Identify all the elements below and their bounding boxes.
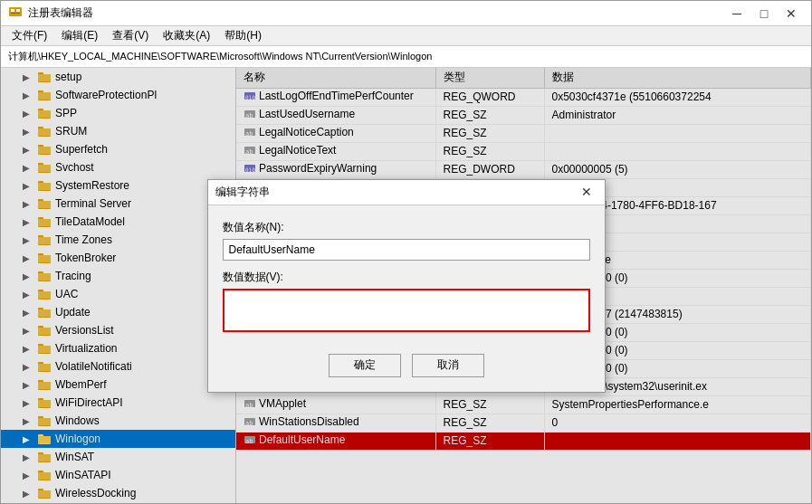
dialog-close-button[interactable]: ✕	[576, 182, 597, 202]
menu-help[interactable]: 帮助(H)	[217, 26, 269, 45]
dialog-title-bar: 编辑字符串 ✕	[208, 180, 605, 205]
dialog-overlay: 编辑字符串 ✕ 数值名称(N): 数值数据(V): 确定 取消	[1, 68, 811, 503]
title-bar-left: 注册表编辑器	[8, 5, 93, 21]
data-input[interactable]	[223, 289, 590, 332]
close-button[interactable]: ✕	[779, 3, 804, 24]
maximize-button[interactable]: □	[751, 3, 777, 24]
menu-edit[interactable]: 编辑(E)	[54, 26, 105, 45]
edit-string-dialog: 编辑字符串 ✕ 数值名称(N): 数值数据(V): 确定 取消	[207, 179, 606, 393]
name-field-group: 数值名称(N):	[223, 220, 590, 261]
dialog-title: 编辑字符串	[215, 185, 270, 200]
cancel-button[interactable]: 取消	[412, 354, 484, 377]
main-area: ▶ setup▶ SoftwareProtectionPl▶ SPP▶ SRUM…	[1, 68, 811, 503]
ok-button[interactable]: 确定	[329, 354, 401, 377]
name-label: 数值名称(N):	[223, 220, 590, 235]
data-label: 数值数据(V):	[223, 270, 590, 285]
menu-file[interactable]: 文件(F)	[5, 26, 54, 45]
title-bar-controls: ─ □ ✕	[724, 3, 804, 24]
svg-rect-2	[16, 9, 20, 12]
menu-bar: 文件(F) 编辑(E) 查看(V) 收藏夹(A) 帮助(H)	[1, 26, 811, 46]
menu-view[interactable]: 查看(V)	[105, 26, 156, 45]
svg-rect-3	[11, 13, 20, 14]
svg-rect-1	[11, 9, 14, 12]
minimize-button[interactable]: ─	[724, 3, 750, 24]
title-bar: 注册表编辑器 ─ □ ✕	[1, 1, 811, 26]
menu-favorites[interactable]: 收藏夹(A)	[156, 26, 217, 45]
name-input[interactable]	[223, 239, 590, 261]
dialog-buttons: 确定 取消	[208, 347, 605, 392]
breadcrumb: 计算机\HKEY_LOCAL_MACHINE\SOFTWARE\Microsof…	[1, 46, 811, 68]
breadcrumb-text: 计算机\HKEY_LOCAL_MACHINE\SOFTWARE\Microsof…	[8, 50, 432, 63]
window-title: 注册表编辑器	[28, 5, 93, 21]
dialog-body: 数值名称(N): 数值数据(V):	[208, 205, 605, 347]
app-icon	[8, 6, 23, 21]
main-window: 注册表编辑器 ─ □ ✕ 文件(F) 编辑(E) 查看(V) 收藏夹(A) 帮助…	[0, 0, 812, 504]
data-field-group: 数值数据(V):	[223, 270, 590, 332]
